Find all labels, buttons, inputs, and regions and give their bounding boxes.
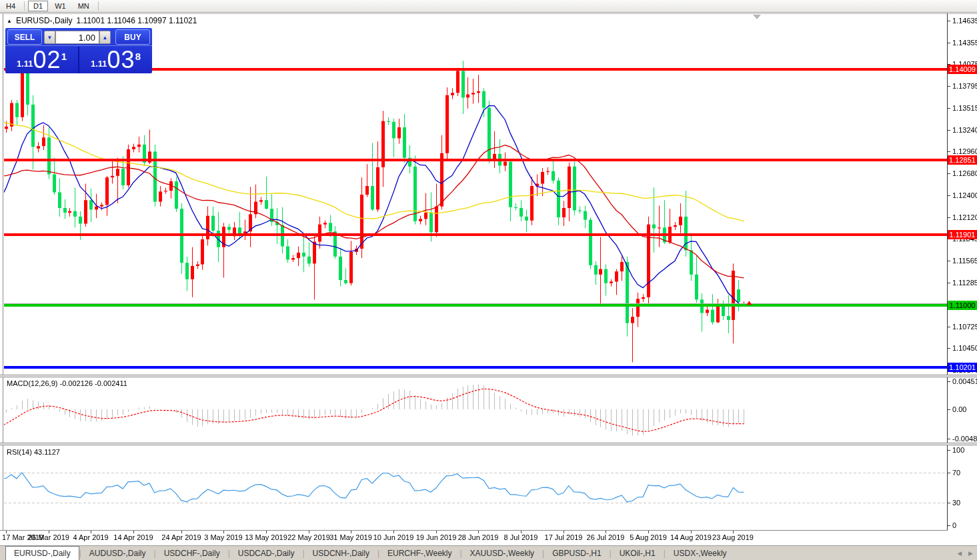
- rsi-axis-tick-label: 70: [952, 469, 960, 477]
- price-axis-tick-label: 1.12120: [952, 213, 977, 221]
- rsi-axis-tick-mark: [948, 473, 950, 473]
- chart-tab-xauusd-weekly[interactable]: XAUUSD-,Weekly: [462, 546, 542, 560]
- time-axis-tick-label: 5 Aug 2019: [630, 533, 667, 541]
- sell-price-pipette: 1: [61, 51, 67, 62]
- chart-tab-usdcad-daily[interactable]: USDCAD-,Daily: [230, 546, 303, 560]
- rsi-axis-tick-label: 100: [952, 446, 964, 454]
- rsi-axis-tick-mark: [948, 525, 950, 526]
- buy-price-big-digits: 03: [107, 49, 135, 71]
- volume-increase-button[interactable]: ▲: [99, 31, 111, 44]
- tab-scroll-left-icon[interactable]: ◀: [957, 550, 962, 557]
- time-axis-tick-label: 17 Jul 2019: [545, 533, 583, 541]
- price-axis-tick-label: 1.13515: [952, 104, 977, 112]
- macd-axis-tick-label: 0.004517: [952, 377, 977, 385]
- price-axis-tick-mark: [948, 195, 950, 196]
- time-axis-tick-label: 28 Jun 2019: [458, 533, 499, 541]
- chart-tab-usdchf-daily[interactable]: USDCHF-,Daily: [156, 546, 228, 560]
- price-axis-tick-mark: [948, 348, 950, 349]
- price-axis-tick-label: 1.10725: [952, 323, 977, 331]
- time-axis-tick-label: 10 Jun 2019: [373, 533, 414, 541]
- price-line-badge: 1.11901: [948, 230, 977, 239]
- price-axis-tick-mark: [948, 43, 950, 43]
- chart-tab-ukoil-h1[interactable]: UKOil-,H1: [612, 546, 664, 560]
- price-axis-tick-mark: [948, 173, 950, 174]
- price-axis-tick-mark: [948, 130, 950, 131]
- one-click-panel-toggle-icon[interactable]: ▲: [7, 18, 12, 24]
- chart-tab-strip: EURUSD-,Daily|AUDUSD-,Daily|USDCHF-,Dail…: [0, 546, 735, 560]
- chart-tab-usdx-weekly[interactable]: USDX-,Weekly: [666, 546, 735, 560]
- price-axis[interactable]: 1.146351.143551.140751.137951.135151.132…: [948, 13, 977, 531]
- price-axis-tick-label: 1.12960: [952, 147, 977, 155]
- chart-tab-bar: EURUSD-,Daily|AUDUSD-,Daily|USDCHF-,Dail…: [0, 545, 977, 560]
- trade-panel-controls-row: SELL ▼ ▲ BUY: [5, 28, 152, 46]
- macd-axis-tick-label: -0.004806: [952, 435, 977, 443]
- price-axis-tick-mark: [948, 261, 950, 261]
- price-line-badge: 1.10201: [948, 363, 977, 372]
- time-axis-tick-label: 23 Aug 2019: [712, 533, 754, 541]
- time-axis-tick-label: 26 Jul 2019: [587, 533, 625, 541]
- one-click-trading-panel: SELL ▼ ▲ BUY 1.11 02 1 1.11 03 8: [5, 28, 152, 73]
- volume-decrease-button[interactable]: ▼: [44, 31, 55, 44]
- price-axis-tick-label: 1.12400: [952, 191, 977, 199]
- price-axis-tick-mark: [948, 151, 950, 152]
- chart-ohlc-quotes: 1.11001 1.11046 1.10997 1.11021: [77, 16, 197, 25]
- price-axis-tick-label: 1.14635: [952, 17, 977, 25]
- buy-price-prefix: 1.11: [91, 59, 107, 69]
- chart-tab-audusd-daily[interactable]: AUDUSD-,Daily: [81, 546, 154, 560]
- rsi-axis-tick-label: 30: [952, 499, 960, 507]
- trading-app-window: H4 D1 W1 MN ▲ EURUSD-,Daily 1.11001 1.11…: [0, 0, 977, 560]
- chart-shift-marker-icon[interactable]: [753, 15, 761, 19]
- price-axis-tick-label: 1.11565: [952, 257, 977, 265]
- price-axis-tick-mark: [948, 217, 950, 218]
- price-axis-tick-mark: [948, 327, 950, 327]
- price-axis-tick-label: 1.14355: [952, 39, 977, 47]
- sell-price-big-digits: 02: [33, 49, 61, 71]
- chart-tab-eurchf-weekly[interactable]: EURCHF-,Weekly: [379, 546, 459, 560]
- time-axis-tick-label: 24 Apr 2019: [161, 533, 201, 541]
- rsi-panel-area[interactable]: [3, 446, 947, 529]
- price-axis-tick-label: 1.13795: [952, 82, 977, 90]
- macd-indicator-label: MACD(12,26,9) -0.002126 -0.002411: [7, 379, 127, 387]
- price-line-badge: 1.12851: [948, 155, 977, 165]
- rsi-axis-tick-mark: [948, 503, 950, 503]
- tab-scroll-right-icon[interactable]: ▶: [968, 550, 973, 557]
- macd-axis-tick-mark: [948, 439, 950, 439]
- price-axis-tick-mark: [948, 86, 950, 87]
- time-axis-tick-label: 4 Apr 2019: [73, 533, 108, 541]
- rsi-axis-tick-mark: [948, 450, 950, 451]
- time-axis-tick-label: 13 May 2019: [245, 533, 287, 541]
- price-axis-tick-mark: [948, 108, 950, 109]
- chart-tab-usdcnh-daily[interactable]: USDCNH-,Daily: [305, 546, 377, 560]
- chart-tab-gbpusd-h1[interactable]: GBPUSD-,H1: [544, 546, 609, 560]
- tab-scroll-nav: ◀ ▶: [957, 546, 973, 560]
- sell-button[interactable]: SELL: [7, 29, 42, 45]
- rsi-axis-tick-label: 0: [952, 521, 956, 529]
- price-axis-tick-label: 1.12680: [952, 169, 977, 177]
- price-line-badge: 1.14009: [948, 65, 977, 74]
- price-axis-tick-label: 1.10450: [952, 344, 977, 352]
- time-axis-tick-label: 14 Aug 2019: [670, 533, 712, 541]
- time-axis-tick-label: 22 May 2019: [287, 533, 330, 541]
- buy-price-pipette: 8: [135, 51, 141, 62]
- price-axis-tick-mark: [948, 283, 950, 283]
- chart-symbol-title: EURUSD-,Daily: [16, 16, 73, 25]
- macd-axis-tick-mark: [948, 409, 950, 410]
- macd-axis-tick-label: 0.00: [952, 405, 966, 413]
- time-axis-tick-label: 19 Jun 2019: [416, 533, 457, 541]
- time-axis-tick-label: 31 May 2019: [329, 533, 372, 541]
- chart-title-row: ▲ EURUSD-,Daily 1.11001 1.11046 1.10997 …: [7, 16, 197, 25]
- buy-price-button[interactable]: 1.11 03 8: [79, 46, 152, 73]
- macd-panel-area[interactable]: [3, 378, 947, 441]
- macd-axis-tick-mark: [948, 381, 950, 382]
- price-axis-tick-label: 1.13240: [952, 126, 977, 134]
- price-axis-tick-mark: [948, 21, 950, 21]
- sell-price-prefix: 1.11: [17, 59, 33, 69]
- time-axis[interactable]: 17 Mar 201926 Mar 20194 Apr 201914 Apr 2…: [0, 531, 948, 545]
- buy-button[interactable]: BUY: [115, 29, 150, 45]
- time-axis-tick-label: 14 Apr 2019: [113, 533, 153, 541]
- rsi-indicator-label: RSI(14) 43.1127: [7, 448, 60, 456]
- sell-price-button[interactable]: 1.11 02 1: [5, 46, 78, 73]
- chart-tab-eurusd-daily[interactable]: EURUSD-,Daily: [5, 546, 79, 560]
- volume-input[interactable]: [55, 31, 99, 44]
- time-axis-tick-label: 3 May 2019: [204, 533, 242, 541]
